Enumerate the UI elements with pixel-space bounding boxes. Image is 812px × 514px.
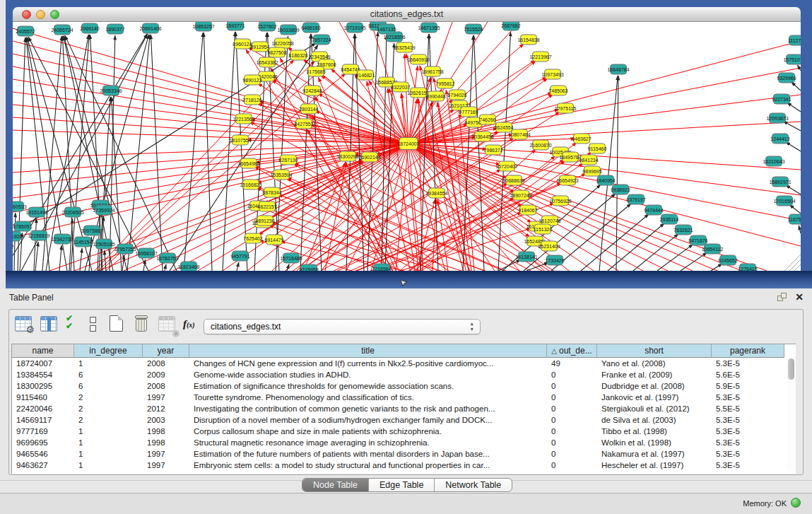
graph-node[interactable]: 25231409 [538, 241, 560, 251]
cell-year[interactable]: 2009 [143, 369, 189, 380]
graph-node[interactable]: 9245652 [718, 255, 737, 265]
cell-in_degree[interactable]: 1 [74, 426, 143, 437]
graph-node[interactable]: 3624554 [494, 122, 513, 132]
graph-node[interactable]: 9115460 [588, 144, 607, 153]
table-row[interactable]: 1872400712008Changes of HCN gene express… [12, 358, 796, 369]
graph-node[interactable]: 1151320 [534, 224, 553, 234]
graph-edge[interactable] [237, 262, 239, 271]
graph-node[interactable]: 9242848 [302, 86, 322, 95]
graph-node[interactable]: 8267130 [278, 155, 298, 165]
row-select-icon[interactable]: ✔✔ [66, 315, 84, 333]
graph-edge[interactable] [14, 213, 16, 271]
column-header-name[interactable]: name [12, 344, 74, 358]
column-header-in_degree[interactable]: in_degree [74, 344, 143, 358]
cell-in_degree[interactable]: 1 [74, 448, 143, 460]
cell-short[interactable]: Tibbo et al. (1998) [597, 426, 712, 437]
merge-rows-icon[interactable] [90, 317, 108, 335]
cell-pagerank[interactable]: 5.3E-5 [712, 426, 784, 437]
cell-title[interactable]: Estimation of the future numbers of pati… [189, 448, 547, 460]
graph-node[interactable]: 12975115 [555, 103, 577, 113]
graph-node[interactable]: 15718485 [280, 253, 302, 263]
graph-node[interactable]: 6794028 [447, 90, 466, 100]
table-row[interactable]: 946554611997Estimation of the future num… [12, 448, 796, 460]
cell-in_degree[interactable]: 2 [74, 414, 143, 426]
cell-name[interactable]: 18300295 [12, 380, 74, 392]
table-row[interactable]: 911546021997Tourette syndrome. Phenomeno… [12, 392, 796, 403]
graph-node[interactable]: 6914479 [264, 235, 283, 245]
column-select-icon[interactable] [40, 316, 59, 334]
graph-node[interactable]: 8960124 [233, 39, 252, 49]
graph-node[interactable]: 9227341 [772, 94, 791, 104]
graph-node[interactable]: 18325419 [393, 42, 415, 52]
graph-edge[interactable] [681, 252, 707, 271]
graph-node[interactable]: 16654923 [556, 175, 578, 185]
graph-node[interactable]: 8938923 [611, 185, 630, 194]
graph-node[interactable]: 16640910 [407, 54, 429, 64]
table-selector-dropdown[interactable]: citations_edges.txt ▲▼ [204, 319, 481, 334]
graph-node[interactable]: 7857224 [312, 35, 331, 45]
delete-table-icon[interactable] [134, 315, 153, 334]
cell-title[interactable]: Embryonic stem cells: a model to study s… [189, 460, 547, 471]
tab-network-table[interactable]: Network Table [435, 479, 512, 491]
cell-title[interactable]: Investigating the contribution of common… [189, 403, 547, 414]
graph-node[interactable]: 8990448 [426, 91, 445, 101]
cell-pagerank[interactable]: 5.3E-5 [712, 392, 784, 403]
graph-node[interactable]: 9146821 [355, 70, 375, 80]
cell-title[interactable]: Corpus callosum shape and size in male p… [189, 426, 547, 437]
cell-out_degree[interactable]: 0 [547, 448, 597, 460]
graph-node[interactable]: 17359924 [93, 205, 114, 215]
graph-node[interactable]: 8427552 [294, 119, 313, 129]
graph-node[interactable]: 746266 [479, 115, 495, 124]
cell-in_degree[interactable]: 1 [74, 460, 143, 471]
cell-title[interactable]: Tourette syndrome. Phenomenology and cla… [189, 392, 547, 403]
cell-title[interactable]: Structural magnetic resonance image aver… [189, 437, 547, 448]
cell-year[interactable]: 1997 [143, 460, 189, 471]
cell-year[interactable]: 1997 [143, 392, 189, 403]
cell-in_degree[interactable]: 6 [74, 380, 143, 392]
graph-node[interactable]: 1145154 [73, 237, 93, 247]
graph-edge[interactable] [783, 121, 801, 131]
graph-node[interactable]: 9890123 [242, 75, 261, 85]
cell-title[interactable]: Changes of HCN gene expression and I(f) … [189, 358, 547, 369]
graph-node[interactable]: 2935114 [660, 214, 679, 224]
cell-title[interactable]: Estimation of significance thresholds fo… [189, 380, 547, 392]
graph-edge[interactable] [165, 264, 166, 271]
graph-node[interactable]: 16210643 [763, 156, 784, 166]
graph-node[interactable]: 7216584 [372, 264, 391, 271]
cell-year[interactable]: 2003 [143, 414, 189, 426]
graph-node[interactable]: 20053346 [100, 86, 122, 95]
cell-pagerank[interactable]: 5.3E-5 [712, 414, 784, 426]
cell-out_degree[interactable]: 0 [547, 414, 597, 426]
cell-short[interactable]: de Silva et al. (2003) [597, 414, 712, 426]
graph-node[interactable]: 1276415 [738, 264, 757, 271]
graph-node[interactable]: 30975887 [81, 226, 102, 235]
cell-pagerank[interactable]: 5.3E-5 [712, 358, 784, 369]
cell-in_degree[interactable]: 1 [74, 358, 143, 369]
graph-node[interactable]: 2803144 [299, 104, 318, 114]
graph-node[interactable]: 6466160 [301, 23, 320, 33]
graph-node[interactable]: 9184067 [518, 205, 537, 215]
graph-node[interactable]: 18226058 [271, 38, 293, 48]
graph-node[interactable]: 20364456 [471, 132, 493, 141]
graph-edge[interactable] [223, 32, 235, 271]
table-row[interactable]: 1938455462009Genome-wide association stu… [12, 369, 796, 380]
graph-node[interactable]: 20691406 [139, 23, 161, 33]
cell-year[interactable]: 1998 [143, 437, 189, 448]
cell-in_degree[interactable]: 6 [74, 369, 143, 380]
column-header-out_degree[interactable]: △out_de... [547, 344, 597, 358]
graph-node[interactable]: 16958107 [135, 248, 157, 258]
graph-node[interactable]: 9777169 [459, 107, 478, 117]
graph-node[interactable]: 16033809 [277, 25, 299, 35]
graph-node[interactable]: 7515526 [464, 24, 483, 34]
cell-name[interactable]: 14569117 [12, 414, 74, 426]
graph-node[interactable]: 9841234 [579, 155, 598, 165]
network-graph[interactable]: 1872400718300295269021441938455489601248… [13, 22, 801, 271]
graph-node[interactable]: 9457791 [230, 251, 249, 261]
graph-node[interactable]: 1840954 [596, 175, 615, 185]
graph-node[interactable]: 2718126 [242, 95, 261, 105]
graph-node[interactable]: 16654985 [237, 158, 259, 168]
graph-node[interactable]: 1112736 [788, 35, 801, 45]
cell-year[interactable]: 2012 [143, 403, 189, 414]
cell-name[interactable]: 19384554 [12, 369, 74, 380]
graph-node[interactable]: 10654112 [702, 244, 724, 254]
